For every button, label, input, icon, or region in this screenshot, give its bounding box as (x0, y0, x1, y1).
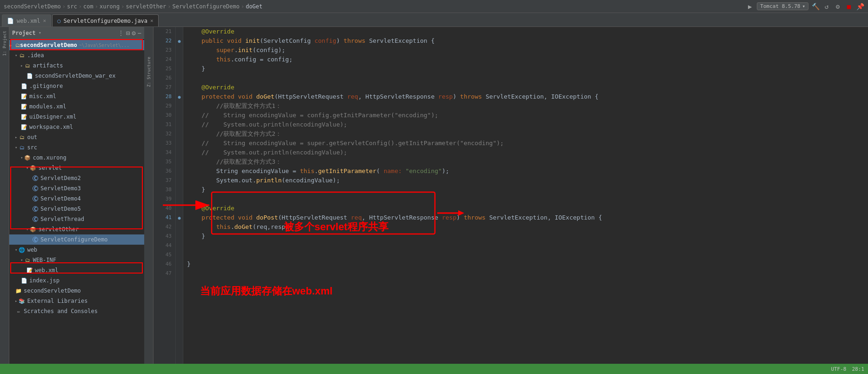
line-numbers: 21 22 23 24 25 26 27 28 29 30 31 32 33 3… (154, 27, 176, 364)
tree-item-out[interactable]: ▸ 🗂 out (9, 132, 144, 142)
ln-40: 40 (155, 204, 174, 213)
tree-item-idea[interactable]: ▾ 🗂 .idea (9, 50, 144, 60)
tree-item-servletdemo2[interactable]: C ServletDemo2 (9, 173, 144, 183)
tree-item-scratches[interactable]: ✏ Scratches and Consoles (9, 306, 144, 316)
ln-31: 31 (155, 120, 174, 129)
ln-36: 36 (155, 167, 174, 176)
project-tab[interactable]: 1: Project (1, 29, 8, 58)
code-area[interactable]: 21 22 23 24 25 26 27 28 29 30 31 32 33 3… (154, 27, 868, 364)
tree-label-servletthread: ServletThread (40, 216, 84, 222)
web-folder-icon: 🌐 (18, 246, 26, 254)
tab-java-icon: ○ (57, 18, 60, 24)
ln-41: 41 (155, 213, 174, 222)
settings-icon[interactable]: ⚙ (834, 2, 842, 11)
sync-icon[interactable]: ↺ (822, 2, 831, 11)
code-line-47 (187, 269, 864, 278)
ln-38: 38 (155, 185, 174, 194)
code-line-33: // String encodingValue = super.getServl… (187, 139, 864, 148)
tree-item-webinf[interactable]: ▾ 🗂 WEB-INF (9, 255, 144, 265)
tree-item-root[interactable]: ▸ 🗂 secondServletDemo ~\Java\Servlet\... (9, 40, 144, 50)
tree-item-module[interactable]: 📁 secondServletDemo (9, 286, 144, 296)
code-line-41: protected void doPost(HttpServletRequest… (187, 213, 864, 222)
code-line-39 (187, 194, 864, 204)
xml-icon: 📝 (20, 93, 28, 100)
tree-item-src[interactable]: ▾ 🗂 src (9, 142, 144, 153)
tree-item-external[interactable]: ▸ 📚 External Libraries (9, 296, 144, 306)
xml-icon3: 📝 (20, 113, 28, 120)
project-tree: ▸ 🗂 secondServletDemo ~\Java\Servlet\...… (9, 39, 144, 364)
tab-servlet-close[interactable]: ✕ (150, 18, 154, 24)
build-icon[interactable]: 🔨 (811, 2, 820, 11)
panel-toolbar: ⋮ ⊟ ⚙ − (118, 29, 141, 37)
tree-label-uidesigner: uiDesigner.xml (29, 114, 76, 120)
toolbar-right: ▶ Tomcat 8.5.78 ▾ 🔨 ↺ ⚙ ■ 📌 (746, 2, 864, 11)
tree-label-webxml: web.xml (35, 267, 59, 274)
webinf-folder-icon: 🗂 (24, 256, 31, 264)
stop-icon[interactable]: ■ (845, 2, 853, 11)
title-bar: secondServletDemo › src › com › xurong ›… (0, 0, 868, 13)
tree-label-webinf: WEB-INF (33, 257, 56, 263)
file-icon: 📄 (26, 72, 33, 80)
tomcat-dropdown-icon[interactable]: ▾ (802, 3, 805, 9)
locate-icon[interactable]: ⋮ (118, 29, 124, 37)
ln-42: 42 (155, 222, 174, 232)
breadcrumb-method: doGet (246, 3, 262, 10)
ln-45: 45 (155, 250, 174, 260)
pin-icon[interactable]: 📌 (856, 2, 864, 11)
code-line-36: String encodingValue = this.getInitParam… (187, 167, 864, 176)
code-line-44 (187, 241, 864, 250)
code-line-38: } (187, 185, 864, 194)
tomcat-label: Tomcat 8.5.78 (760, 3, 800, 9)
right-side-tab: Z: Structure (144, 27, 154, 364)
tree-item-artifacts[interactable]: ▸ 🗂 artifacts (9, 60, 144, 71)
ln-28: 28 (155, 92, 174, 101)
tree-label-war: secondServletDemo_war_ex (35, 73, 115, 79)
tab-webxml[interactable]: 📄 web.xml ✕ (2, 14, 51, 27)
panel-title: Project (12, 30, 36, 36)
ln-43: 43 (155, 232, 174, 241)
ln-33: 33 (155, 139, 174, 148)
jsp-icon: 📄 (20, 277, 28, 284)
side-panel-tabs: 1: Project (0, 27, 9, 364)
status-bar: UTF-8 28:1 (0, 364, 868, 374)
code-line-42: this.doGet(req,resp); (187, 222, 864, 232)
tree-item-servletdemo5[interactable]: C ServletDemo5 (9, 204, 144, 214)
tree-item-webxml[interactable]: 📝 web.xml (9, 265, 144, 275)
tree-label-out: out (27, 134, 37, 140)
structure-tab[interactable]: Z: Structure (146, 55, 152, 89)
ln-27: 27 (155, 83, 174, 92)
tab-servlet-demo[interactable]: ○ ServletConfigureDemo.java ✕ (52, 14, 158, 27)
tree-item-servlet[interactable]: ▾ 📦 servlet (9, 163, 144, 173)
close-panel-icon[interactable]: − (138, 29, 141, 37)
tree-item-servletdemo4[interactable]: C ServletDemo4 (9, 194, 144, 204)
tree-item-gitignore[interactable]: 📄 .gitignore (9, 81, 144, 91)
tree-item-war[interactable]: 📄 secondServletDemo_war_ex (9, 71, 144, 81)
code-line-27: @Override (187, 83, 864, 92)
tree-item-servletother[interactable]: ▾ 📦 servletOther (9, 224, 144, 234)
tomcat-badge[interactable]: Tomcat 8.5.78 ▾ (757, 2, 808, 10)
scratches-icon: ✏ (15, 307, 22, 315)
module-icon: 📁 (15, 287, 22, 294)
tree-item-misc[interactable]: 📝 misc.xml (9, 91, 144, 101)
java-class-icon3: C (32, 195, 39, 202)
tree-item-servletconfiguredemo[interactable]: C ServletConfigureDemo (9, 234, 144, 245)
tree-item-indexjsp[interactable]: 📄 index.jsp (9, 275, 144, 286)
artifacts-folder-icon: 🗂 (24, 62, 31, 69)
tree-item-modules[interactable]: 📝 modules.xml (9, 101, 144, 112)
tree-item-uidesigner[interactable]: 📝 uiDesigner.xml (9, 112, 144, 122)
ln-47: 47 (155, 269, 174, 278)
tree-item-web[interactable]: ▾ 🌐 web (9, 245, 144, 255)
collapse-icon[interactable]: ⊟ (126, 29, 130, 37)
gear-icon[interactable]: ⚙ (132, 29, 135, 37)
code-line-25: } (187, 64, 864, 73)
tree-item-workspace[interactable]: 📝 workspace.xml (9, 122, 144, 132)
tree-item-com-xurong[interactable]: ▾ 📦 com.xurong (9, 153, 144, 163)
tree-label-servletconfiguredemo: ServletConfigureDemo (40, 236, 108, 243)
xml-icon4: 📝 (20, 123, 28, 131)
tree-item-servletthread[interactable]: C ServletThread (9, 214, 144, 224)
tree-label-servletother: servletOther (38, 226, 79, 233)
tab-webxml-close[interactable]: ✕ (43, 18, 47, 24)
run-icon[interactable]: ▶ (746, 2, 754, 11)
tree-item-servletdemo3[interactable]: C ServletDemo3 (9, 183, 144, 194)
package-icon3: 📦 (29, 226, 37, 233)
